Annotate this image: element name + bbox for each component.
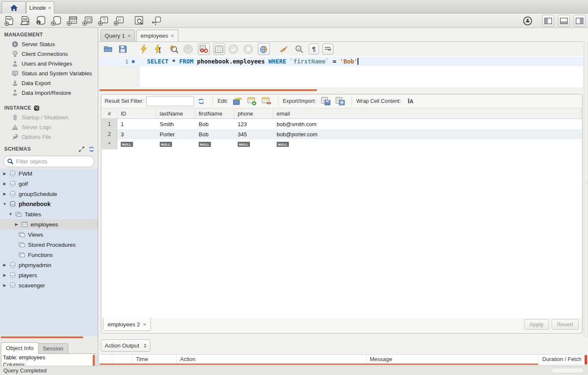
tree-item-functions-folder[interactable]: Functions <box>0 250 98 260</box>
tree-item-table-employees[interactable]: ▶ employees <box>0 219 98 229</box>
tree-item-schema[interactable]: ▶ phpmyadmin <box>0 260 98 270</box>
tree-item-views-folder[interactable]: Views <box>0 229 98 240</box>
right-panel-splitter[interactable] <box>584 41 588 338</box>
tree-item-schema-phonebook[interactable]: ▼ phonebook <box>0 199 98 209</box>
output-column-duration[interactable]: Duration / Fetch <box>539 355 585 364</box>
chevron-right-icon[interactable]: ▶ <box>3 273 7 277</box>
sidebar-item-data-import[interactable]: Data Import/Restore <box>0 88 98 98</box>
expand-panel-icon[interactable] <box>79 146 84 152</box>
tree-item-schema[interactable]: ▶ players <box>0 270 98 280</box>
chevron-down-icon[interactable]: ▼ <box>3 202 7 206</box>
cell-null[interactable]: NULL <box>117 139 156 149</box>
open-file-icon[interactable] <box>103 44 113 54</box>
chevron-right-icon[interactable]: ▶ <box>3 171 7 176</box>
tree-item-schema[interactable]: ▶ golf <box>0 179 98 189</box>
refresh-schemas-icon[interactable] <box>89 146 94 152</box>
editor-active-line[interactable]: 1 SELECT * FROM phonebook.employees WHER… <box>100 57 583 66</box>
splitter-grip[interactable]: · · · <box>336 90 344 94</box>
find-icon[interactable]: A <box>294 44 304 54</box>
column-header-rownum[interactable]: # <box>102 109 117 119</box>
column-header-firstname[interactable]: firstName <box>195 109 234 119</box>
import-recordset-icon[interactable] <box>335 97 345 106</box>
tree-item-schema[interactable]: ▶ groupSchedule <box>0 189 98 199</box>
sidebar-item-server-logs[interactable]: Server Logs <box>0 122 98 132</box>
sql-code-line[interactable]: SELECT * FROM phonebook.employees WHERE … <box>147 58 358 65</box>
connection-tab[interactable]: Linode × <box>26 1 54 14</box>
grid-row[interactable]: 2 3 Porter Bob 345 bob@porter.com <box>102 129 582 139</box>
schema-filter-input[interactable] <box>16 158 91 165</box>
new-query-tab-icon[interactable]: SQL <box>3 15 16 26</box>
cell-id[interactable]: 1 <box>117 119 156 129</box>
apply-button[interactable]: Apply <box>524 319 549 330</box>
rollback-icon[interactable] <box>243 44 253 54</box>
execute-statement-icon[interactable] <box>139 44 149 54</box>
chevron-right-icon[interactable]: ▶ <box>3 192 7 196</box>
export-recordset-icon[interactable] <box>321 97 331 106</box>
beautify-sql-icon[interactable] <box>279 44 289 54</box>
explain-plan-icon[interactable] <box>168 44 178 54</box>
output-column-action[interactable]: Action <box>177 355 366 364</box>
insert-row-icon[interactable] <box>247 97 257 106</box>
chevron-right-icon[interactable]: ▶ <box>3 283 7 287</box>
tree-item-stored-procedures-folder[interactable]: Stored Procedures <box>0 240 98 250</box>
grid-row[interactable]: 1 1 Smith Bob 123 bob@smith.com <box>102 119 582 129</box>
sql-editor[interactable]: 1 SELECT * FROM phonebook.employees WHER… <box>100 56 583 87</box>
create-procedure-icon[interactable] <box>97 15 110 26</box>
output-scrollbar[interactable] <box>585 355 587 364</box>
splitter-grip[interactable]: ⋮ <box>584 180 588 185</box>
create-table-icon[interactable] <box>66 15 78 26</box>
edit-record-icon[interactable] <box>233 97 243 106</box>
chevron-down-icon[interactable]: ▼ <box>8 212 13 216</box>
column-header-id[interactable]: ID <box>117 109 156 119</box>
invisible-characters-icon[interactable]: ¶ <box>309 44 319 55</box>
sidebar-splitter[interactable] <box>1 336 83 338</box>
stop-query-icon[interactable] <box>183 44 193 54</box>
output-column-time[interactable]: Time <box>133 355 177 364</box>
execute-current-statement-icon[interactable] <box>153 44 164 54</box>
result-set-filter-input[interactable] <box>146 96 194 106</box>
cell-lastname[interactable]: Smith <box>156 119 195 129</box>
sidebar-item-server-status[interactable]: Server Status <box>0 39 98 49</box>
toggle-sidebar-button[interactable] <box>542 15 554 27</box>
cell-null[interactable]: NULL <box>195 139 234 149</box>
limit-rows-icon[interactable] <box>213 43 225 55</box>
cell-email[interactable]: bob@porter.com <box>273 129 582 139</box>
tree-item-tables-folder[interactable]: ▼ Tables <box>0 209 98 219</box>
column-header-phone[interactable]: phone <box>234 109 273 119</box>
sidebar-item-client-connections[interactable]: Client Connections <box>0 49 98 59</box>
sidebar-item-data-export[interactable]: Data Export <box>0 78 98 88</box>
cell-null[interactable]: NULL <box>234 139 273 149</box>
delete-row-icon[interactable] <box>261 97 272 106</box>
tree-item-schema[interactable]: ▶ FWM <box>0 168 98 179</box>
toggle-autocommit-icon[interactable] <box>258 43 270 55</box>
chevron-right-icon[interactable]: ▶ <box>3 182 7 186</box>
grid-new-row[interactable]: * NULL NULL NULL NULL NULL <box>102 139 582 149</box>
search-table-data-icon[interactable] <box>133 15 146 26</box>
resize-grip[interactable]: ⁙ <box>585 370 588 374</box>
tree-item-schema[interactable]: ▶ scavenger <box>0 280 98 290</box>
refresh-results-icon[interactable] <box>196 97 206 106</box>
output-type-selector[interactable]: Action Output ▲▼ <box>101 339 150 352</box>
tab-employees[interactable]: employees × <box>136 30 178 41</box>
cell-firstname[interactable]: Bob <box>195 119 234 129</box>
chevron-right-icon[interactable]: ▶ <box>3 263 7 267</box>
cell-lastname[interactable]: Porter <box>156 129 195 139</box>
save-icon[interactable] <box>118 44 128 54</box>
open-sql-script-icon[interactable]: SQL <box>19 15 31 26</box>
create-view-icon[interactable] <box>81 15 94 26</box>
cell-phone[interactable]: 345 <box>234 129 273 139</box>
revert-button[interactable]: Revert <box>552 319 579 330</box>
sidebar-item-startup-shutdown[interactable]: Startup / Shutdown <box>0 113 98 122</box>
home-tab[interactable] <box>2 1 26 14</box>
close-icon[interactable]: × <box>128 33 131 39</box>
tab-session[interactable]: Session <box>38 343 68 354</box>
wrap-text-icon[interactable] <box>322 44 333 55</box>
splitter-grip[interactable]: · · · <box>331 336 339 341</box>
create-schema-icon[interactable] <box>50 15 63 26</box>
create-function-icon[interactable]: f() <box>113 15 125 26</box>
cell-phone[interactable]: 123 <box>234 119 273 129</box>
column-header-email[interactable]: email <box>273 109 582 119</box>
output-column-message[interactable]: Message <box>366 355 539 364</box>
commit-icon[interactable] <box>228 44 239 54</box>
sidebar-item-users-privileges[interactable]: Users and Privileges <box>0 59 98 69</box>
